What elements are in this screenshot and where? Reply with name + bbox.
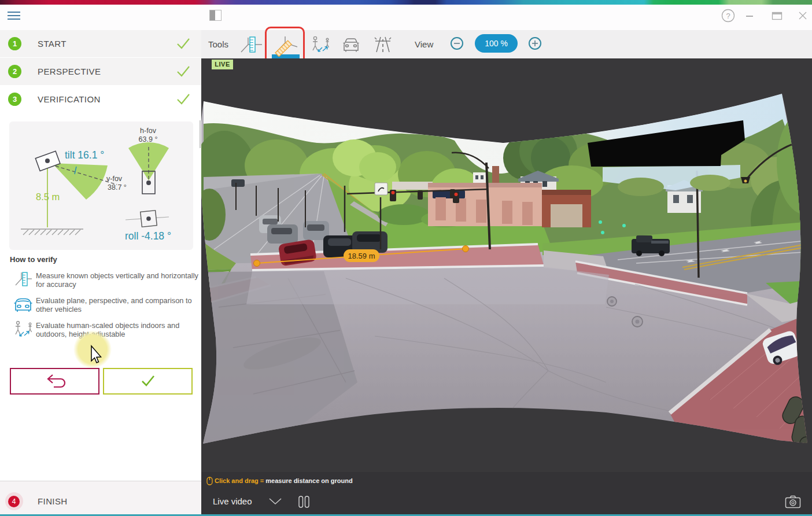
svg-text:38.7 °: 38.7 °	[108, 183, 127, 191]
svg-text:18.59 m: 18.59 m	[348, 252, 375, 260]
svg-text:63.9 °: 63.9 °	[139, 135, 158, 143]
svg-text:h-fov: h-fov	[140, 127, 157, 135]
svg-text:8.5 m: 8.5 m	[36, 191, 60, 202]
svg-text:?: ?	[726, 12, 730, 20]
svg-text:tilt 16.1 °: tilt 16.1 °	[65, 149, 104, 161]
svg-text:v-fov: v-fov	[106, 175, 123, 183]
svg-text:roll -4.18 °: roll -4.18 °	[125, 230, 171, 242]
